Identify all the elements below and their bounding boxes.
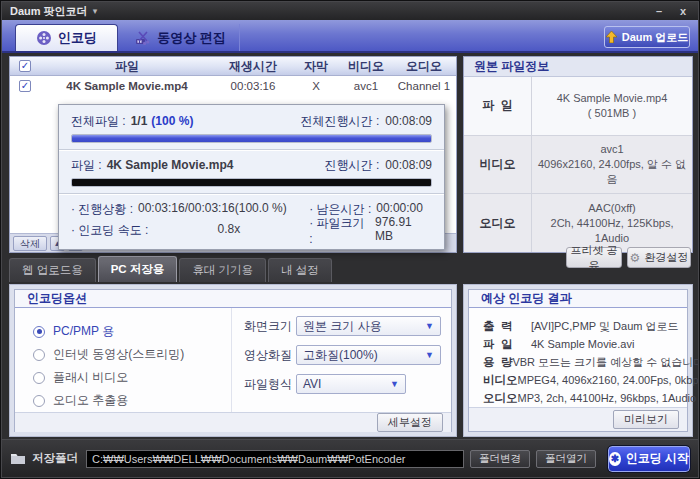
open-folder-button[interactable]: 폴더열기 [536, 450, 596, 468]
delete-file-button[interactable]: 삭제 [13, 236, 47, 251]
radio-pc-pmp-label: PC/PMP 용 [53, 323, 114, 340]
file-name-cell: 4K Sample Movie.mp4 [40, 80, 214, 92]
file-row[interactable]: ✓ 4K Sample Movie.mp4 00:03:16 X avc1 Ch… [10, 76, 456, 96]
output-label: 출 력 [483, 319, 531, 334]
total-files-label: 전체파일 : [71, 113, 126, 130]
detail-settings-button[interactable]: 세부설정 [377, 413, 443, 432]
chevron-down-icon: ▼ [425, 350, 434, 360]
source-info-file-label: 파 일 [464, 77, 532, 135]
file-format-dropdown[interactable]: AVI ▼ [296, 374, 406, 394]
total-elapsed-value: 00:08:09 [385, 114, 432, 128]
radio-audio-extract[interactable]: 오디오 추출용 [33, 389, 231, 412]
radio-internet-streaming-label: 인터넷 동영상(스트리밍) [53, 346, 184, 363]
preview-button[interactable]: 미리보기 [613, 410, 679, 429]
daum-upload-button[interactable]: Daum 업로드 [604, 26, 690, 48]
preset-tab-pc-save[interactable]: PC 저장용 [98, 256, 178, 282]
file-list-header: ✓ 파일 재생시간 자막 비디오 오디오 [10, 57, 456, 76]
file-format-value: AVI [303, 377, 321, 391]
file-audio-cell: Channel 1 [392, 80, 456, 92]
source-video-detail: 4096x2160, 24.00fps, 알 수 없음 [536, 157, 688, 187]
folder-icon [10, 452, 26, 465]
title-caret-icon[interactable]: ▾ [93, 6, 98, 16]
save-folder-path-input[interactable] [86, 450, 464, 468]
file-size-label: · 파일크기 : [309, 215, 370, 246]
source-info-video-label: 비디오 [464, 136, 532, 194]
tab-video-edit[interactable]: 동영상 편집 [122, 24, 240, 51]
result-audio-label: 오디오 [483, 391, 518, 406]
expected-result-rows: 출 력 [AVI]PC,PMP 및 Daum 업로드 파 일 4K Sample… [469, 308, 687, 407]
source-info-video-row: 비디오 avc1 4096x2160, 24.00fps, 알 수 없음 [464, 136, 692, 195]
file-format-label: 파일형식 [244, 376, 296, 393]
preset-tab-mobile[interactable]: 휴대 기기용 [179, 258, 266, 282]
tab-encoding-label: 인코딩 [58, 29, 97, 47]
total-progress-bar [71, 134, 432, 143]
start-encoding-label: 인코딩 시작 [626, 450, 689, 467]
radio-icon [33, 349, 45, 361]
capacity-label: 용 량 [483, 355, 512, 370]
file-size-value: 976.91 MB [375, 215, 432, 246]
radio-flash-video[interactable]: 플래시 비디오 [33, 366, 231, 389]
encoding-speed-label: · 인코딩 속도 : [71, 222, 148, 239]
chevron-down-icon: ▼ [425, 321, 434, 331]
column-header-subtitle[interactable]: 자막 [292, 58, 340, 75]
settings-label: 환경설정 [644, 250, 688, 265]
expected-result-title: 예상 인코딩 결과 [469, 290, 687, 308]
preset-share-button[interactable]: 프리셋 공유 [566, 247, 622, 268]
daum-logo-icon: ✱ [609, 452, 621, 466]
chevron-down-icon: ▼ [390, 379, 399, 389]
source-file-name: 4K Sample Movie.mp4 [557, 91, 668, 106]
current-file-name: 4K Sample Movie.mp4 [107, 158, 234, 172]
screen-size-dropdown[interactable]: 원본 크기 사용 ▼ [296, 316, 441, 336]
file-elapsed-value: 00:08:09 [385, 158, 432, 172]
total-progress-fill [72, 135, 431, 142]
radio-pc-pmp[interactable]: PC/PMP 용 [33, 320, 231, 343]
start-encoding-button[interactable]: ✱ 인코딩 시작 [608, 446, 690, 472]
column-header-file[interactable]: 파일 [40, 58, 214, 75]
encoding-speed-value: 0.8x [148, 222, 309, 239]
file-row-checkbox[interactable]: ✓ [19, 80, 31, 92]
progress-status-label: · 진행상황 : [71, 201, 133, 218]
result-file-value: 4K Sample Movie.avi [531, 338, 634, 350]
tab-encoding[interactable]: 인코딩 [15, 24, 118, 51]
total-files-value: 1/1 [131, 114, 148, 128]
screen-size-label: 화면크기 [244, 318, 296, 335]
radio-flash-video-label: 플래시 비디오 [53, 369, 128, 386]
upload-arrow-icon [606, 31, 617, 43]
video-quality-dropdown[interactable]: 고화질(100%) ▼ [296, 345, 441, 365]
preset-tab-my-settings[interactable]: 내 설정 [268, 258, 332, 282]
bottom-bar: 저장폴더 폴더변경 폴더열기 ✱ 인코딩 시작 [2, 439, 698, 477]
total-percent: (100 %) [151, 114, 193, 128]
source-info-audio-label: 오디오 [464, 194, 532, 252]
dialog-divider [59, 149, 444, 151]
radio-icon [33, 372, 45, 384]
current-file-label: 파일 : [71, 157, 102, 174]
settings-button[interactable]: ⚙ 환경설정 [627, 247, 691, 268]
file-progress-bar [71, 178, 432, 187]
save-folder-label: 저장폴더 [32, 451, 78, 466]
column-header-duration[interactable]: 재생시간 [214, 58, 292, 75]
change-folder-button[interactable]: 폴더변경 [470, 450, 530, 468]
file-progress-fill [72, 179, 431, 186]
radio-audio-extract-label: 오디오 추출용 [53, 392, 128, 409]
file-elapsed-label: 진행시간 : [325, 157, 380, 174]
window-title: Daum 팟인코더 [10, 4, 88, 19]
minimize-button[interactable]: – [652, 5, 666, 17]
close-button[interactable]: x [676, 5, 690, 17]
encoding-options-container: 인코딩옵션 PC/PMP 용 인터넷 동영상(스트리밍) 플래시 비디오 [9, 284, 457, 437]
encoding-options-title: 인코딩옵션 [15, 290, 451, 308]
source-file-info-panel: 원본 파일정보 파 일 4K Sample Movie.mp4 ( 501MB … [463, 56, 693, 253]
tab-video-edit-label: 동영상 편집 [157, 29, 226, 47]
source-file-size: ( 501MB ) [588, 106, 636, 121]
result-file-label: 파 일 [483, 337, 531, 352]
file-duration-cell: 00:03:16 [214, 80, 292, 92]
preset-tab-web-upload[interactable]: 웹 업로드용 [9, 258, 96, 282]
source-info-title: 원본 파일정보 [464, 57, 692, 77]
encoding-options-radio-group: PC/PMP 용 인터넷 동영상(스트리밍) 플래시 비디오 오디오 추출용 [15, 308, 232, 412]
expected-result-container: 예상 인코딩 결과 출 력 [AVI]PC,PMP 및 Daum 업로드 파 일… [463, 284, 693, 437]
radio-internet-streaming[interactable]: 인터넷 동영상(스트리밍) [33, 343, 231, 366]
column-header-audio[interactable]: 오디오 [392, 58, 456, 75]
select-all-checkbox[interactable]: ✓ [19, 60, 31, 72]
column-header-video[interactable]: 비디오 [340, 58, 392, 75]
main-tab-strip: 인코딩 동영상 편집 Daum 업로드 [2, 20, 698, 53]
source-video-codec: avc1 [600, 142, 623, 157]
